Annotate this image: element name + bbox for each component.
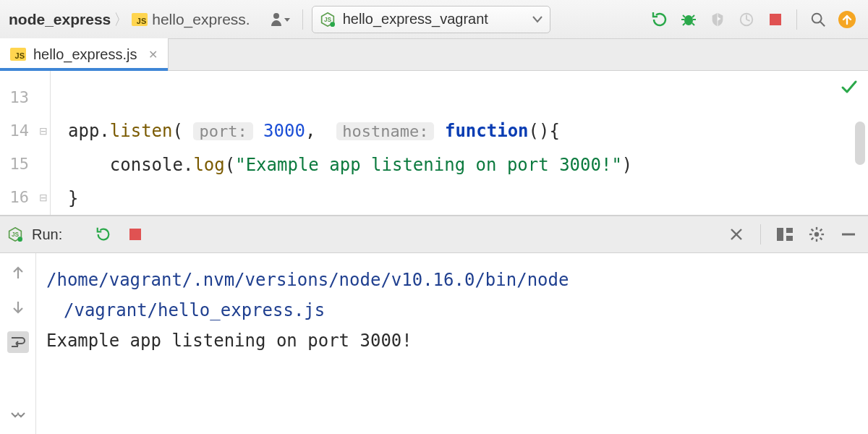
svg-rect-26: [786, 228, 793, 233]
svg-rect-22: [129, 229, 141, 240]
breadcrumb[interactable]: node_express 〉 hello_express.: [9, 9, 250, 30]
line-gutter: 13 14 15 16: [0, 71, 36, 215]
run-configuration-label: hello_express_vagrant: [343, 11, 488, 27]
js-file-icon: [10, 48, 26, 61]
svg-rect-15: [770, 14, 781, 25]
chevron-right-icon: 〉: [114, 9, 129, 30]
svg-point-16: [812, 13, 822, 22]
svg-point-0: [273, 13, 279, 19]
run-configuration-dropdown[interactable]: JS hello_express_vagrant: [312, 6, 550, 33]
svg-rect-27: [786, 236, 793, 241]
console-line: Example app listening on port 3000!: [46, 326, 858, 356]
svg-text:JS: JS: [324, 16, 332, 23]
console-command: /home/vagrant/.nvm/versions/node/v10.16.…: [46, 270, 569, 290]
line-number: 14: [0, 114, 29, 148]
svg-line-17: [820, 21, 825, 25]
svg-point-21: [17, 237, 22, 242]
code-line[interactable]: [68, 81, 868, 114]
run-panel-title: Run:: [32, 226, 62, 243]
nodejs-icon: JS: [320, 12, 336, 27]
svg-line-14: [746, 20, 750, 21]
run-output: /home/vagrant/.nvm/versions/node/v10.16.…: [0, 253, 868, 434]
stop-button[interactable]: [763, 7, 788, 32]
layout-button[interactable]: [773, 222, 797, 247]
svg-point-3: [330, 22, 335, 27]
chevron-down-icon: [532, 16, 542, 23]
user-dropdown-button[interactable]: [269, 7, 294, 32]
minimize-panel-button[interactable]: [836, 222, 861, 247]
svg-line-10: [692, 23, 694, 25]
scroll-down-button[interactable]: [7, 297, 29, 318]
svg-line-9: [683, 23, 685, 25]
fold-toggle-icon[interactable]: ⊟: [36, 181, 50, 214]
settings-button[interactable]: [804, 222, 829, 247]
main-toolbar: node_express 〉 hello_express. JS hello_e…: [0, 0, 868, 39]
debug-button[interactable]: [676, 7, 701, 32]
code-line[interactable]: console.log("Example app listening on po…: [68, 148, 868, 182]
rerun-button[interactable]: [647, 7, 672, 32]
code-area[interactable]: app.listen( port: 3000, hostname: functi…: [51, 71, 868, 215]
run-tool-header: JS Run:: [0, 216, 868, 253]
code-line[interactable]: app.listen( port: 3000, hostname: functi…: [68, 114, 868, 148]
update-available-button[interactable]: [835, 7, 859, 32]
nodejs-icon: JS: [7, 226, 23, 242]
editor[interactable]: 13 14 15 16 ⊟ ⊟ app.listen( port: 3000, …: [0, 71, 868, 216]
svg-line-8: [692, 15, 694, 17]
analysis-ok-icon[interactable]: [841, 78, 858, 95]
svg-line-7: [683, 15, 685, 17]
breadcrumb-file[interactable]: hello_express.: [132, 11, 250, 28]
svg-point-28: [814, 232, 819, 237]
svg-line-36: [820, 229, 822, 231]
stop-button[interactable]: [123, 222, 148, 247]
console-command-arg: /vagrant/hello_express.js: [46, 295, 858, 326]
coverage-button[interactable]: [705, 7, 730, 32]
svg-line-33: [812, 229, 814, 231]
editor-tab[interactable]: hello_express.js ✕: [0, 38, 169, 70]
js-file-icon: [132, 13, 148, 26]
separator: [796, 9, 797, 30]
more-button[interactable]: [7, 405, 29, 427]
svg-rect-25: [777, 228, 783, 241]
breadcrumb-file-label: hello_express.: [152, 11, 250, 28]
search-button[interactable]: [806, 7, 830, 32]
fold-gutter[interactable]: ⊟ ⊟: [36, 71, 51, 215]
line-number: 13: [0, 81, 29, 114]
separator: [302, 9, 303, 30]
editor-tabbar: hello_express.js ✕: [0, 39, 868, 71]
scroll-up-button[interactable]: [7, 262, 29, 284]
rerun-button[interactable]: [91, 222, 116, 247]
soft-wrap-button[interactable]: [7, 331, 29, 353]
console-output[interactable]: /home/vagrant/.nvm/versions/node/v10.16.…: [36, 253, 868, 434]
code-line[interactable]: }: [68, 182, 868, 215]
fold-toggle-icon[interactable]: ⊟: [36, 114, 50, 148]
line-number: 16: [0, 181, 29, 214]
svg-text:JS: JS: [12, 231, 20, 238]
breadcrumb-project[interactable]: node_express: [9, 11, 111, 28]
close-tab-button[interactable]: ✕: [148, 48, 158, 61]
close-panel-button[interactable]: [724, 222, 749, 247]
editor-tab-label: hello_express.js: [33, 46, 137, 63]
run-side-toolbar: [0, 253, 36, 434]
profile-button[interactable]: [734, 7, 759, 32]
svg-point-4: [684, 15, 693, 25]
svg-line-34: [820, 238, 822, 240]
svg-line-35: [812, 238, 814, 240]
scrollbar-thumb[interactable]: [855, 122, 865, 165]
line-number: 15: [0, 148, 29, 181]
separator: [760, 224, 761, 244]
